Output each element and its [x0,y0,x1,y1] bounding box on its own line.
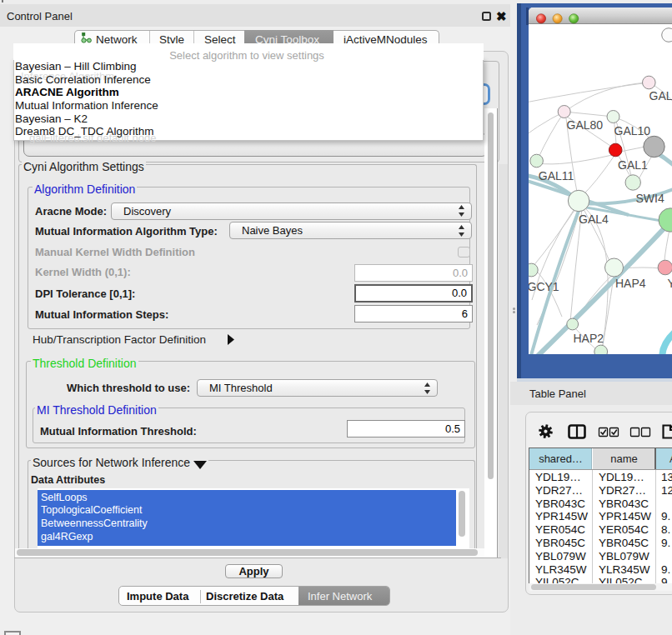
svg-text:SWI4: SWI4 [636,192,664,205]
svg-text:GAL7: GAL7 [649,89,672,102]
svg-text:GAL1: GAL1 [618,158,648,172]
svg-text:GAL80: GAL80 [567,118,604,132]
svg-text:HAP2: HAP2 [574,332,604,345]
svg-text:GAL10: GAL10 [614,124,651,138]
svg-text:Y: Y [668,277,672,290]
svg-text:HAP4: HAP4 [615,277,646,290]
svg-text:GCY1: GCY1 [529,280,559,293]
svg-text:GAL4: GAL4 [579,212,609,226]
svg-text:GAL11: GAL11 [539,169,574,182]
